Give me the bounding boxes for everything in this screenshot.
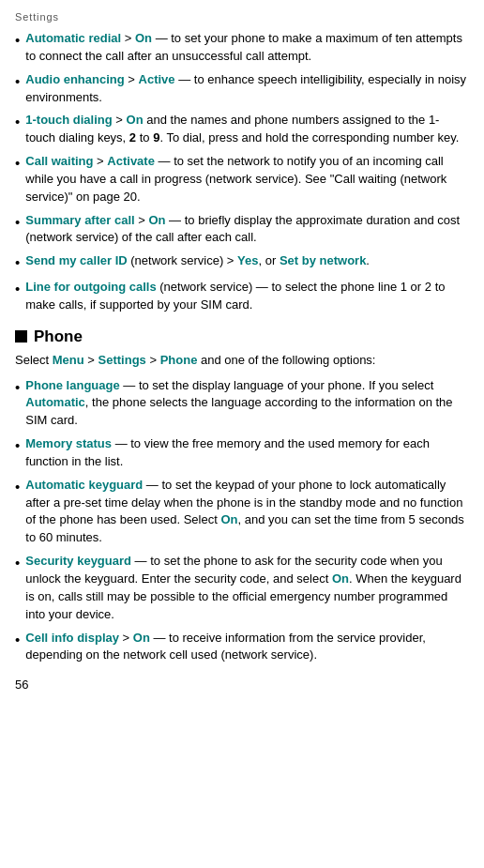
- automatic-redial-link: Automatic redial: [25, 31, 121, 45]
- summary-after-call-link: Summary after call: [25, 213, 134, 227]
- phone-bullet-list: Phone language — to set the display lang…: [15, 377, 469, 665]
- send-caller-yes-link: Yes: [237, 253, 258, 267]
- list-item-content: Send my caller ID (network service) > Ye…: [25, 252, 370, 270]
- automatic-keyguard-on-link: On: [220, 512, 237, 526]
- list-item-content: Summary after call > On — to briefly dis…: [25, 212, 469, 248]
- list-item: Automatic redial > On — to set your phon…: [15, 30, 469, 66]
- list-item-content: Memory status — to view the free memory …: [25, 435, 469, 471]
- list-item: Summary after call > On — to briefly dis…: [15, 212, 469, 248]
- security-keyguard-on-link: On: [332, 571, 349, 586]
- cell-info-display-link: Cell info display: [25, 631, 119, 645]
- list-item: Memory status — to view the free memory …: [15, 435, 469, 471]
- 1touch-dialing-link: 1-touch dialing: [25, 113, 112, 127]
- settings-link: Settings: [98, 353, 146, 367]
- list-item: Automatic keyguard — to set the keypad o…: [15, 477, 469, 547]
- list-item-content: Call waiting > Activate — to set the net…: [25, 153, 469, 206]
- list-item: Phone language — to set the display lang…: [15, 377, 469, 431]
- phone-section-intro: Select Menu > Settings > Phone and one o…: [15, 352, 469, 370]
- automatic-keyguard-link: Automatic keyguard: [25, 478, 143, 492]
- list-item: Security keyguard — to set the phone to …: [15, 553, 469, 623]
- line-for-outgoing-calls-link: Line for outgoing calls: [25, 280, 156, 294]
- security-keyguard-link: Security keyguard: [25, 554, 131, 568]
- list-item: 1-touch dialing > On and the names and p…: [15, 112, 469, 147]
- audio-enhancing-active-link: Active: [139, 72, 175, 86]
- list-item: Send my caller ID (network service) > Ye…: [15, 252, 469, 273]
- summary-after-call-on-link: On: [148, 213, 165, 227]
- phone-section-header: Phone: [15, 327, 469, 346]
- cell-info-on-link: On: [133, 631, 150, 645]
- phone-link: Phone: [160, 353, 198, 367]
- audio-enhancing-link: Audio enhancing: [25, 72, 124, 86]
- 1touch-dialing-on-link: On: [127, 113, 144, 127]
- list-item: Audio enhancing > Active — to enhance sp…: [15, 71, 469, 107]
- send-caller-set-by-network-link: Set by network: [280, 253, 366, 267]
- list-item: Cell info display > On — to receive info…: [15, 630, 469, 665]
- list-item-content: Audio enhancing > Active — to enhance sp…: [25, 71, 469, 107]
- memory-status-link: Memory status: [25, 436, 112, 450]
- send-my-caller-id-link: Send my caller ID: [25, 253, 127, 267]
- page-number: 56: [15, 678, 469, 692]
- list-item-content: Line for outgoing calls (network service…: [25, 279, 469, 314]
- list-item: Call waiting > Activate — to set the net…: [15, 153, 469, 206]
- list-item: Line for outgoing calls (network service…: [15, 279, 469, 314]
- phone-language-link: Phone language: [25, 378, 119, 392]
- list-item-content: Cell info display > On — to receive info…: [25, 630, 469, 665]
- phone-section-icon: [15, 330, 27, 343]
- list-item-content: Phone language — to set the display lang…: [25, 377, 469, 431]
- list-item-content: 1-touch dialing > On and the names and p…: [25, 112, 469, 147]
- top-bullet-list: Automatic redial > On — to set your phon…: [15, 30, 469, 314]
- phone-section-title: Phone: [34, 327, 83, 346]
- menu-link: Menu: [53, 353, 84, 367]
- list-item-content: Automatic redial > On — to set your phon…: [25, 30, 469, 66]
- automatic-redial-on-link: On: [135, 31, 152, 45]
- call-waiting-link: Call waiting: [25, 154, 93, 168]
- list-item-content: Security keyguard — to set the phone to …: [25, 553, 469, 623]
- settings-header: Settings: [15, 11, 469, 23]
- call-waiting-activate-link: Activate: [107, 154, 155, 168]
- list-item-content: Automatic keyguard — to set the keypad o…: [25, 477, 469, 547]
- automatic-link: Automatic: [25, 395, 85, 409]
